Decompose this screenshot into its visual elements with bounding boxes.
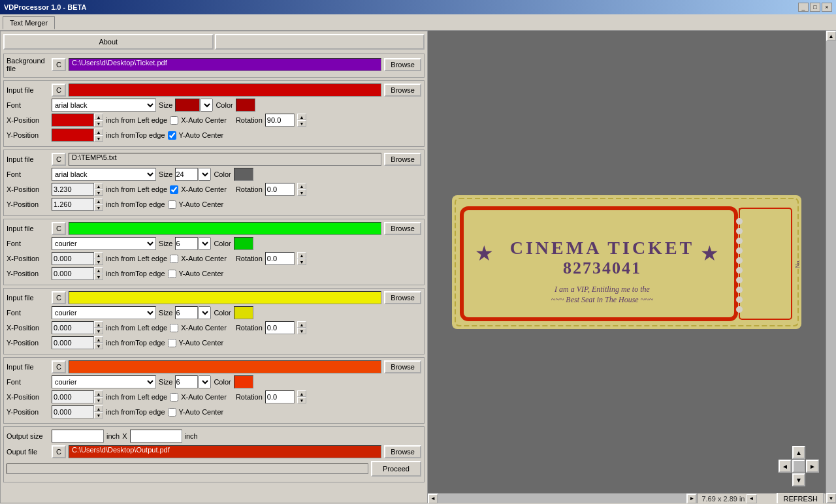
size-select-5[interactable]: ▼ (198, 375, 211, 388)
rot-down-2[interactable]: ▼ (297, 189, 306, 196)
font-select-4[interactable]: arial blackcourierarial (52, 306, 156, 319)
color-box-5[interactable] (234, 375, 253, 388)
xpos-down-4[interactable]: ▼ (94, 328, 103, 334)
color-box-1[interactable] (236, 99, 255, 112)
input-c-btn-4[interactable]: C (52, 291, 66, 304)
font-select-5[interactable]: arial blackcourierarial (52, 375, 156, 388)
y-auto-center-check-2[interactable] (168, 200, 176, 209)
font-select-2[interactable]: arial blackcourierarial (52, 168, 156, 181)
size-select-2[interactable]: ▼ (198, 168, 211, 181)
xpos-up-2[interactable]: ▲ (94, 183, 103, 189)
close-button[interactable]: × (822, 3, 832, 12)
font-select-1[interactable]: arial blackcourierarial (52, 99, 156, 112)
xpos-up-1[interactable]: ▲ (94, 114, 103, 120)
rot-up-5[interactable]: ▲ (297, 390, 306, 397)
x-auto-center-check-2[interactable] (170, 185, 178, 194)
output-browse-btn[interactable]: Browse (384, 445, 421, 458)
y-auto-center-check-1[interactable] (168, 131, 176, 140)
ypos-down-5[interactable]: ▼ (94, 412, 103, 418)
input-c-btn-3[interactable]: C (52, 222, 66, 235)
nav-left-button[interactable]: ◄ (779, 460, 792, 473)
refresh-button[interactable]: REFRESH (777, 492, 824, 504)
minimize-button[interactable]: _ (798, 3, 809, 12)
ypos-up-2[interactable]: ▲ (94, 198, 103, 204)
input-browse-btn-2[interactable]: Browse (384, 153, 421, 166)
ypos-input-5[interactable] (52, 405, 94, 418)
ypos-down-3[interactable]: ▼ (94, 274, 103, 280)
nav-up-button[interactable]: ▲ (792, 446, 805, 459)
rotation-input-5[interactable] (265, 390, 295, 403)
xpos-up-4[interactable]: ▲ (94, 321, 103, 328)
rotation-input-4[interactable] (265, 321, 295, 334)
rot-down-5[interactable]: ▼ (297, 397, 306, 403)
size-input-4[interactable] (175, 306, 198, 319)
xpos-input-4[interactable] (52, 321, 94, 334)
rot-up-3[interactable]: ▲ (297, 252, 306, 259)
rotation-input-1[interactable] (265, 114, 295, 127)
x-auto-center-check-3[interactable] (170, 255, 178, 263)
size-input-3[interactable] (175, 237, 198, 250)
input-browse-btn-3[interactable]: Browse (384, 222, 421, 235)
ypos-up-3[interactable]: ▲ (94, 267, 103, 274)
color-box-2[interactable] (234, 168, 253, 181)
rot-down-3[interactable]: ▼ (297, 259, 306, 265)
background-c-button[interactable]: C (52, 58, 66, 71)
maximize-button[interactable]: □ (810, 3, 820, 12)
input-browse-btn-4[interactable]: Browse (384, 291, 421, 304)
y-auto-center-check-4[interactable] (168, 339, 176, 347)
input-browse-btn-5[interactable]: Browse (384, 360, 421, 373)
rotation-input-2[interactable] (265, 183, 295, 196)
input-c-btn-2[interactable]: C (52, 153, 66, 166)
xpos-down-1[interactable]: ▼ (94, 120, 103, 127)
scroll-thumb-btn[interactable]: ◄ (747, 494, 757, 503)
ypos-input-4[interactable] (52, 336, 94, 349)
ypos-input-2[interactable] (52, 198, 94, 211)
color-box-4[interactable] (234, 306, 253, 319)
ypos-up-4[interactable]: ▲ (94, 336, 103, 343)
ypos-input-1[interactable] (52, 129, 94, 142)
xpos-down-5[interactable]: ▼ (94, 397, 103, 403)
v-scroll-track[interactable] (826, 41, 837, 493)
scroll-up-button[interactable]: ▲ (826, 31, 837, 41)
output-height-input[interactable]: 2.888889 (130, 430, 182, 443)
ypos-input-3[interactable] (52, 267, 94, 280)
rotation-input-3[interactable] (265, 252, 295, 265)
font-select-3[interactable]: arial blackcourierarial (52, 237, 156, 250)
nav-down-button[interactable]: ▼ (792, 473, 805, 486)
size-select-1[interactable]: ▼ (200, 99, 213, 112)
xpos-up-3[interactable]: ▲ (94, 252, 103, 259)
output-c-btn[interactable]: C (52, 445, 66, 458)
rot-up-2[interactable]: ▲ (297, 183, 306, 189)
ypos-down-2[interactable]: ▼ (94, 204, 103, 211)
size-select-4[interactable]: ▼ (198, 306, 211, 319)
rot-down-4[interactable]: ▼ (297, 328, 306, 334)
rot-up-4[interactable]: ▲ (297, 321, 306, 328)
proceed-button[interactable]: Proceed (371, 461, 421, 477)
xpos-input-3[interactable] (52, 252, 94, 265)
color-box-3[interactable] (234, 237, 253, 250)
xpos-down-2[interactable]: ▼ (94, 189, 103, 196)
size-input-5[interactable] (175, 375, 198, 388)
nav-center-button[interactable] (792, 460, 805, 473)
size-input-2[interactable] (175, 168, 198, 181)
ypos-up-5[interactable]: ▲ (94, 405, 103, 412)
x-auto-center-check-1[interactable] (170, 116, 178, 125)
xpos-down-3[interactable]: ▼ (94, 259, 103, 265)
ypos-down-1[interactable]: ▼ (94, 135, 103, 142)
input-c-btn-1[interactable]: C (52, 84, 66, 97)
h-scroll-track[interactable] (438, 494, 686, 504)
size-select-3[interactable]: ▼ (198, 237, 211, 250)
background-browse-button[interactable]: Browse (384, 58, 421, 71)
xpos-input-2[interactable] (52, 183, 94, 196)
ypos-down-4[interactable]: ▼ (94, 343, 103, 349)
input-c-btn-5[interactable]: C (52, 360, 66, 373)
nav-right-button[interactable]: ► (806, 460, 819, 473)
output-width-input[interactable]: 7.694445 (52, 430, 104, 443)
y-auto-center-check-3[interactable] (168, 270, 176, 278)
rot-up-1[interactable]: ▲ (297, 114, 306, 120)
rot-down-1[interactable]: ▼ (297, 120, 306, 127)
xpos-input-1[interactable] (52, 114, 94, 127)
input-browse-btn-1[interactable]: Browse (384, 84, 421, 97)
x-auto-center-check-5[interactable] (170, 393, 178, 402)
about-right-button[interactable] (215, 34, 425, 50)
